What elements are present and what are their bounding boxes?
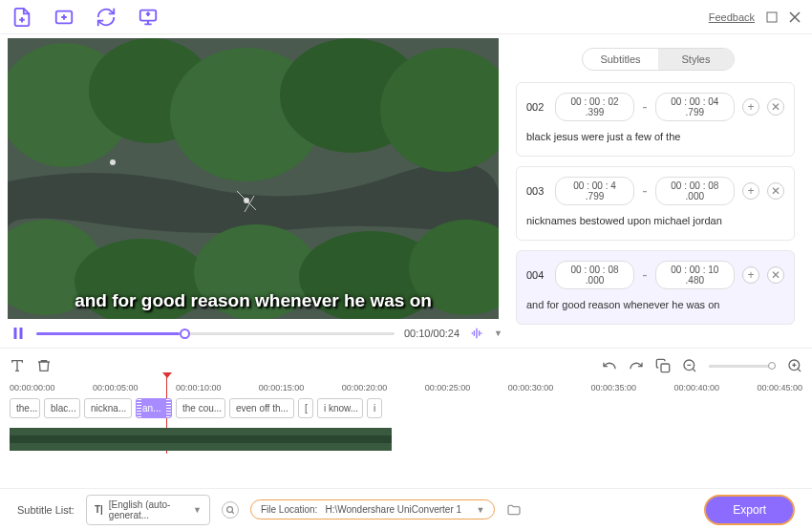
timeline-panel: 00:00:00:0000:00:05:0000:00:10:0000:00:1… <box>0 348 812 451</box>
search-button[interactable] <box>222 501 239 519</box>
delete-subtitle-button[interactable]: ✕ <box>767 98 784 116</box>
svg-rect-16 <box>14 328 17 339</box>
screen-import-icon[interactable] <box>138 7 159 28</box>
svg-rect-17 <box>20 328 23 339</box>
seek-slider[interactable] <box>36 332 395 335</box>
video-preview-panel: and for good reason whenever he was on 0… <box>0 34 504 348</box>
subtitle-list-scroll[interactable]: 002 00 : 00 : 02 .399 - 00 : 00 : 04 .79… <box>516 82 801 340</box>
new-file-icon[interactable] <box>11 7 32 28</box>
add-caption-box-icon[interactable] <box>53 7 75 28</box>
svg-point-23 <box>227 506 233 512</box>
playback-controls: 00:10/00:24 ▼ <box>8 319 504 348</box>
subtitle-text[interactable]: black jesus were just a few of the <box>526 131 784 142</box>
delete-subtitle-button[interactable]: ✕ <box>767 182 784 200</box>
video-frame[interactable]: and for good reason whenever he was on <box>8 38 499 319</box>
subtitle-list-select[interactable]: T| [English (auto-generat... ▼ <box>86 495 210 525</box>
playback-time: 00:10/00:24 <box>404 328 459 339</box>
timeline-clip[interactable]: blac... <box>44 398 80 418</box>
end-time-input[interactable]: 00 : 00 : 04 .799 <box>655 93 735 121</box>
add-subtitle-button[interactable]: + <box>742 182 759 200</box>
start-time-input[interactable]: 00 : 00 : 4 .799 <box>555 177 634 205</box>
subtitle-entry[interactable]: 003 00 : 00 : 4 .799 - 00 : 00 : 08 .000… <box>516 166 795 241</box>
subtitle-index: 004 <box>526 269 547 281</box>
subtitle-editor-panel: Subtitles Styles 002 00 : 00 : 02 .399 -… <box>504 34 812 348</box>
timeline-clip[interactable]: [ <box>298 398 313 418</box>
browse-folder-icon[interactable] <box>506 502 522 518</box>
subtitle-text[interactable]: and for good reason whenever he was on <box>526 299 784 310</box>
subtitle-entry[interactable]: 002 00 : 00 : 02 .399 - 00 : 00 : 04 .79… <box>516 82 795 157</box>
export-button[interactable]: Export <box>704 495 795 525</box>
timeline-clip[interactable]: the... <box>10 398 40 418</box>
end-time-input[interactable]: 00 : 00 : 10 .480 <box>655 261 735 289</box>
delete-subtitle-button[interactable]: ✕ <box>767 266 784 284</box>
undo-icon[interactable] <box>602 358 617 373</box>
add-subtitle-button[interactable]: + <box>742 98 759 116</box>
svg-point-14 <box>110 159 116 165</box>
video-thumbnail <box>8 38 499 319</box>
zoom-slider[interactable] <box>709 365 776 368</box>
timeline-clip[interactable]: an... <box>136 398 172 418</box>
top-toolbar: Feedback <box>0 0 812 34</box>
timeline-clip[interactable]: even off th... <box>229 398 294 418</box>
timeline-clip[interactable]: i know... <box>317 398 363 418</box>
subtitle-clips-track[interactable]: the... blac... nickna... an... the cou..… <box>10 394 802 422</box>
tab-subtitles[interactable]: Subtitles <box>583 49 658 70</box>
timeline-clip[interactable]: the cou... <box>176 398 225 418</box>
close-icon[interactable] <box>789 11 801 23</box>
svg-rect-18 <box>661 364 670 372</box>
subtitle-entry[interactable]: 004 00 : 00 : 08 .000 - 00 : 00 : 10 .48… <box>516 250 795 325</box>
start-time-input[interactable]: 00 : 00 : 08 .000 <box>555 261 634 289</box>
start-time-input[interactable]: 00 : 00 : 02 .399 <box>555 93 634 121</box>
subtitle-index: 003 <box>526 185 547 197</box>
svg-rect-2 <box>767 12 777 22</box>
copy-icon[interactable] <box>655 358 671 373</box>
zoom-out-icon[interactable] <box>682 358 697 373</box>
pause-button[interactable] <box>10 325 27 342</box>
redo-icon[interactable] <box>629 358 644 373</box>
feedback-link[interactable]: Feedback <box>709 11 755 23</box>
add-subtitle-button[interactable]: + <box>742 266 759 284</box>
subtitle-list-label: Subtitle List: <box>17 504 75 516</box>
bottom-toolbar: Subtitle List: T| [English (auto-generat… <box>0 488 812 530</box>
subtitle-index: 002 <box>526 101 547 113</box>
file-location-field[interactable]: File Location: H:\Wondershare UniConvert… <box>250 499 495 519</box>
timeline-ruler: 00:00:00:0000:00:05:0000:00:10:0000:00:1… <box>10 377 802 394</box>
audio-waveform-icon[interactable] <box>469 326 484 341</box>
trash-icon[interactable] <box>36 358 52 373</box>
video-thumbnail-track[interactable] <box>10 428 392 451</box>
chevron-down-icon[interactable]: ▼ <box>494 329 502 338</box>
end-time-input[interactable]: 00 : 00 : 08 .000 <box>655 177 735 205</box>
timeline-clip[interactable]: i <box>367 398 382 418</box>
video-caption-overlay: and for good reason whenever he was on <box>8 290 499 311</box>
text-tool-icon[interactable] <box>10 358 25 373</box>
maximize-icon[interactable] <box>766 11 778 23</box>
panel-tabs: Subtitles Styles <box>582 48 735 71</box>
zoom-in-icon[interactable] <box>787 358 802 373</box>
sync-icon[interactable] <box>96 7 117 28</box>
subtitle-text[interactable]: nicknames bestowed upon michael jordan <box>526 215 784 226</box>
tab-styles[interactable]: Styles <box>658 49 734 70</box>
svg-rect-22 <box>10 435 392 443</box>
timeline-clip[interactable]: nickna... <box>84 398 132 418</box>
